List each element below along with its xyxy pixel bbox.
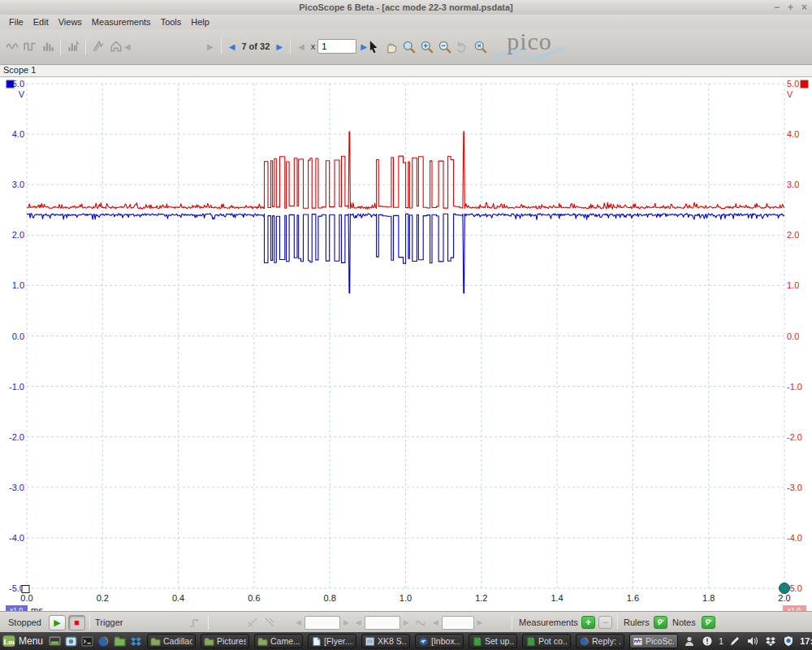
undo-zoom-icon[interactable] (453, 37, 471, 55)
rulers-legend-button[interactable] (654, 616, 667, 629)
taskbar-window-flyer[interactable]: [Flyer.... (308, 634, 356, 648)
menu-measurements[interactable]: Measurements (87, 15, 156, 28)
rulers-label: Rulers (624, 618, 650, 627)
tab-scope-1[interactable]: Scope 1 (3, 65, 36, 75)
tray-dropbox-icon[interactable] (764, 635, 777, 648)
menu-button[interactable]: Lm Menu (0, 632, 48, 650)
tray-user-icon[interactable] (683, 635, 696, 648)
launcher-firefox-icon[interactable] (97, 635, 110, 648)
taskbar-window-cadillac[interactable]: Cadillac (147, 634, 196, 648)
spectrum-icon[interactable] (39, 37, 57, 55)
crossed-fall-icon (264, 617, 275, 628)
last-buffer-arrow-icon[interactable]: ▶ (203, 42, 218, 51)
notes-button[interactable] (702, 616, 715, 629)
x-axis-tick-label: 1.0 (400, 593, 412, 603)
close-button[interactable]: × (801, 0, 807, 15)
y-axis-right-tick-label: 0.0 (787, 332, 799, 341)
trigger-channel-field[interactable] (304, 616, 340, 630)
zoom-in-icon[interactable] (417, 37, 435, 55)
menu-help[interactable]: Help (186, 15, 214, 28)
start-capture-button[interactable]: ▶ (49, 615, 66, 630)
hand-icon[interactable] (382, 37, 400, 55)
launcher-dropbox-app-icon[interactable] (129, 635, 142, 648)
taskbar-window-potco[interactable]: Pot co... (522, 634, 571, 648)
marker-rise-button[interactable] (244, 615, 261, 630)
taskbar-window-setup[interactable]: Set up... (469, 634, 517, 648)
menu-tools[interactable]: Tools (156, 15, 187, 28)
tray-shield-icon[interactable] (782, 635, 795, 648)
sine-wave-icon[interactable] (3, 37, 21, 55)
waveform-plot-area[interactable]: 5.04.03.02.01.00.0-1.0-2.0-3.0-4.0-5.05.… (0, 77, 812, 611)
square-wave-icon[interactable] (21, 37, 39, 55)
histogram-icon[interactable] (64, 37, 82, 55)
system-tray: 117:32 (683, 635, 812, 648)
pre-trigger-down-icon[interactable]: ◀ (430, 618, 442, 626)
marker-fall-button[interactable] (261, 615, 278, 630)
maximize-button[interactable]: + (788, 0, 793, 15)
taskbar-window-label: Pictures (217, 636, 246, 646)
separator (617, 615, 618, 630)
tray-clock[interactable]: 17:32 (800, 636, 812, 646)
first-buffer-arrow-icon[interactable]: ◀ (120, 42, 135, 51)
menu-file[interactable]: File (4, 15, 28, 28)
zoom-window-icon[interactable] (400, 37, 417, 55)
taskbar-window-came[interactable]: Came... (254, 634, 303, 648)
trigger-type-button[interactable] (185, 615, 202, 630)
taskbar-window-pictures[interactable]: Pictures (201, 634, 249, 648)
tray-alert-icon[interactable] (701, 635, 714, 648)
minimize-button[interactable]: − (774, 0, 780, 15)
logo-sub-text: Technology (489, 54, 570, 61)
menu-bar: FileEditViewsMeasurementsToolsHelp (0, 15, 812, 29)
trigger-channel-prev-icon[interactable]: ◀ (292, 618, 304, 626)
capture-state-label: Stopped (8, 618, 41, 627)
trigger-channel-next-icon[interactable]: ▶ (340, 618, 352, 626)
launcher-file-manager-icon[interactable] (113, 635, 126, 648)
zoom-factor-input[interactable] (317, 39, 356, 54)
menu-edit[interactable]: Edit (28, 15, 54, 28)
pre-trigger-up-icon[interactable]: ▶ (474, 618, 486, 626)
mint-logo-icon: Lm (2, 635, 15, 648)
y-axis-left-tick-label: 3.0 (12, 180, 24, 189)
minus-icon: − (603, 617, 608, 628)
taskbar-window-inbox[interactable]: [Inbox... (415, 634, 464, 648)
next-buffer-icon[interactable]: ▶ (272, 42, 287, 51)
toolbar-buffer-last: ▶ ◀ 7 of 32 ▶ ◀ x ▶ (203, 34, 371, 58)
stop-capture-button[interactable]: ■ (68, 615, 85, 630)
taskbar-window-xk8s[interactable]: XK8 S... (361, 634, 410, 648)
trigger-level-down-icon[interactable]: ◀ (352, 618, 365, 626)
prev-buffer-icon[interactable]: ◀ (225, 42, 240, 51)
add-measurement-button[interactable]: + (581, 616, 595, 629)
channel-a-indicator-box[interactable] (6, 80, 14, 88)
menu-views[interactable]: Views (54, 15, 87, 28)
taskbar-window-reply[interactable]: Reply: ... (576, 634, 624, 648)
trigger-marker-dot[interactable] (780, 583, 790, 594)
trigger-level-up-icon[interactable]: ▶ (400, 618, 412, 626)
zoom-full-icon[interactable] (471, 37, 489, 55)
pico-technology-logo: pico Technology (489, 31, 570, 63)
zoom-out-icon[interactable] (435, 37, 453, 55)
remove-measurement-button[interactable]: − (598, 616, 612, 629)
pre-trigger-button[interactable] (412, 615, 430, 630)
ruler-handle[interactable] (22, 586, 29, 593)
pre-trigger-field[interactable] (442, 616, 474, 630)
taskbar: Lm Menu CadillacPicturesCame...[Flyer...… (0, 632, 812, 650)
y-axis-left-tick-label: -4.0 (9, 533, 24, 543)
pointer-icon[interactable] (364, 37, 382, 55)
y-axis-right-tick-label: -3.0 (787, 483, 802, 492)
scope-tab-bar: Scope 1 (0, 65, 812, 77)
quick-launch-area (48, 635, 147, 648)
taskbar-window-label: [Inbox... (431, 636, 460, 646)
launcher-screenshot-tool-icon[interactable] (64, 635, 77, 648)
toolbar-view-icons (3, 34, 125, 58)
y-axis-left-tick-label: 4.0 (12, 129, 24, 139)
persistence-icon[interactable] (89, 37, 107, 55)
trigger-level-field[interactable] (365, 616, 400, 630)
logo-brand-text: pico (507, 28, 552, 54)
launcher-terminal-icon[interactable] (80, 635, 93, 648)
tray-volume-icon[interactable] (746, 635, 759, 648)
launcher-show-desktop-icon[interactable] (48, 635, 61, 648)
tray-pen-icon[interactable] (728, 635, 741, 648)
channel-b-indicator-box[interactable] (801, 80, 808, 88)
taskbar-window-picosc[interactable]: PicoSc... (629, 634, 678, 648)
zoom-down-icon[interactable]: ◀ (294, 42, 309, 51)
